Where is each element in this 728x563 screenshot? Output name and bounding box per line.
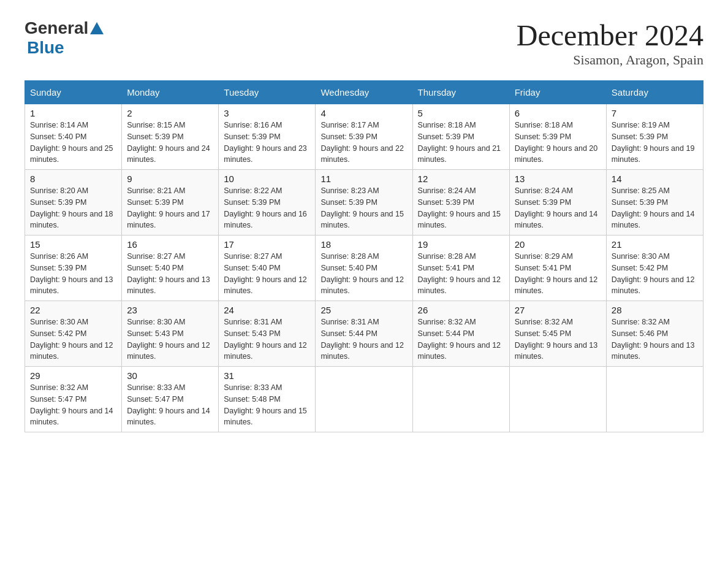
day-number: 17	[224, 239, 310, 250]
day-cell: 12 Sunrise: 8:24 AM Sunset: 5:39 PM Dayl…	[412, 170, 509, 236]
daylight-label: Daylight: 9 hours and 13 minutes.	[30, 275, 113, 296]
sunset-label: Sunset: 5:39 PM	[30, 264, 86, 272]
sunrise-label: Sunrise: 8:30 AM	[127, 318, 185, 326]
day-number: 29	[30, 370, 116, 381]
day-cell: 29 Sunrise: 8:32 AM Sunset: 5:47 PM Dayl…	[25, 367, 122, 432]
sunrise-label: Sunrise: 8:16 AM	[224, 121, 282, 129]
daylight-label: Daylight: 9 hours and 25 minutes.	[30, 144, 113, 164]
day-cell: 2 Sunrise: 8:15 AM Sunset: 5:39 PM Dayli…	[122, 104, 219, 170]
calendar-table: SundayMondayTuesdayWednesdayThursdayFrid…	[25, 80, 703, 432]
sunset-label: Sunset: 5:40 PM	[127, 264, 183, 272]
daylight-label: Daylight: 9 hours and 14 minutes.	[612, 210, 695, 230]
sunrise-label: Sunrise: 8:22 AM	[224, 186, 282, 195]
day-cell: 9 Sunrise: 8:21 AM Sunset: 5:39 PM Dayli…	[122, 170, 219, 236]
sunrise-label: Sunrise: 8:27 AM	[224, 252, 282, 261]
location-subtitle: Sisamon, Aragon, Spain	[517, 52, 703, 68]
day-cell: 22 Sunrise: 8:30 AM Sunset: 5:42 PM Dayl…	[25, 301, 122, 367]
sunrise-label: Sunrise: 8:29 AM	[515, 252, 573, 261]
day-cell: 18 Sunrise: 8:28 AM Sunset: 5:40 PM Dayl…	[316, 236, 412, 301]
day-cell: 10 Sunrise: 8:22 AM Sunset: 5:39 PM Dayl…	[219, 170, 316, 236]
sunrise-label: Sunrise: 8:31 AM	[320, 318, 379, 326]
logo: General Blue	[25, 18, 105, 58]
day-number: 22	[30, 305, 116, 315]
daylight-label: Daylight: 9 hours and 15 minutes.	[320, 210, 404, 230]
sunset-label: Sunset: 5:44 PM	[418, 329, 474, 338]
day-cell: 5 Sunrise: 8:18 AM Sunset: 5:39 PM Dayli…	[412, 104, 509, 170]
sunset-label: Sunset: 5:40 PM	[224, 264, 280, 272]
day-info: Sunrise: 8:26 AM Sunset: 5:39 PM Dayligh…	[30, 251, 116, 297]
daylight-label: Daylight: 9 hours and 12 minutes.	[320, 275, 404, 296]
day-number: 18	[320, 239, 407, 250]
day-info: Sunrise: 8:27 AM Sunset: 5:40 PM Dayligh…	[224, 251, 310, 297]
daylight-label: Daylight: 9 hours and 12 minutes.	[515, 275, 598, 296]
daylight-label: Daylight: 9 hours and 20 minutes.	[515, 144, 598, 164]
day-info: Sunrise: 8:23 AM Sunset: 5:39 PM Dayligh…	[320, 185, 407, 231]
daylight-label: Daylight: 9 hours and 14 minutes.	[30, 407, 113, 427]
col-header-friday: Friday	[509, 81, 606, 104]
sunrise-label: Sunrise: 8:14 AM	[30, 121, 88, 129]
sunset-label: Sunset: 5:39 PM	[127, 132, 183, 141]
sunrise-label: Sunrise: 8:31 AM	[224, 318, 282, 326]
daylight-label: Daylight: 9 hours and 12 minutes.	[418, 275, 501, 296]
day-info: Sunrise: 8:24 AM Sunset: 5:39 PM Dayligh…	[515, 185, 601, 231]
sunrise-label: Sunrise: 8:23 AM	[320, 186, 379, 195]
day-number: 12	[418, 174, 504, 184]
daylight-label: Daylight: 9 hours and 18 minutes.	[30, 210, 113, 230]
sunset-label: Sunset: 5:39 PM	[30, 198, 86, 207]
day-number: 21	[612, 239, 698, 250]
day-number: 16	[127, 239, 213, 250]
day-number: 11	[320, 174, 407, 184]
day-info: Sunrise: 8:31 AM Sunset: 5:43 PM Dayligh…	[224, 316, 310, 362]
sunset-label: Sunset: 5:48 PM	[224, 395, 280, 404]
day-number: 9	[127, 174, 213, 184]
day-info: Sunrise: 8:15 AM Sunset: 5:39 PM Dayligh…	[127, 120, 213, 166]
daylight-label: Daylight: 9 hours and 12 minutes.	[127, 341, 210, 361]
daylight-label: Daylight: 9 hours and 17 minutes.	[127, 210, 210, 230]
day-cell: 14 Sunrise: 8:25 AM Sunset: 5:39 PM Dayl…	[606, 170, 703, 236]
sunrise-label: Sunrise: 8:30 AM	[30, 318, 88, 326]
day-number: 4	[320, 108, 407, 118]
day-number: 24	[224, 305, 310, 315]
day-number: 30	[127, 370, 213, 381]
sunset-label: Sunset: 5:39 PM	[418, 198, 474, 207]
sunset-label: Sunset: 5:39 PM	[320, 198, 377, 207]
daylight-label: Daylight: 9 hours and 12 minutes.	[612, 275, 695, 296]
col-header-thursday: Thursday	[412, 81, 509, 104]
day-number: 7	[612, 108, 698, 118]
col-header-monday: Monday	[122, 81, 219, 104]
sunrise-label: Sunrise: 8:18 AM	[515, 121, 573, 129]
empty-cell	[606, 367, 703, 432]
day-info: Sunrise: 8:32 AM Sunset: 5:45 PM Dayligh…	[515, 316, 601, 362]
sunset-label: Sunset: 5:39 PM	[224, 198, 280, 207]
sunset-label: Sunset: 5:43 PM	[224, 329, 280, 338]
day-info: Sunrise: 8:17 AM Sunset: 5:39 PM Dayligh…	[320, 120, 407, 166]
sunset-label: Sunset: 5:42 PM	[30, 329, 86, 338]
sunset-label: Sunset: 5:39 PM	[127, 198, 183, 207]
daylight-label: Daylight: 9 hours and 24 minutes.	[127, 144, 210, 164]
daylight-label: Daylight: 9 hours and 19 minutes.	[612, 144, 695, 164]
day-info: Sunrise: 8:28 AM Sunset: 5:40 PM Dayligh…	[320, 251, 407, 297]
day-info: Sunrise: 8:16 AM Sunset: 5:39 PM Dayligh…	[224, 120, 310, 166]
day-number: 26	[418, 305, 504, 315]
day-cell: 27 Sunrise: 8:32 AM Sunset: 5:45 PM Dayl…	[509, 301, 606, 367]
sunset-label: Sunset: 5:39 PM	[418, 132, 474, 141]
day-cell: 23 Sunrise: 8:30 AM Sunset: 5:43 PM Dayl…	[122, 301, 219, 367]
day-number: 27	[515, 305, 601, 315]
day-info: Sunrise: 8:30 AM Sunset: 5:42 PM Dayligh…	[612, 251, 698, 297]
day-cell: 1 Sunrise: 8:14 AM Sunset: 5:40 PM Dayli…	[25, 104, 122, 170]
day-number: 31	[224, 370, 310, 381]
sunset-label: Sunset: 5:45 PM	[515, 329, 571, 338]
empty-cell	[316, 367, 412, 432]
day-number: 13	[515, 174, 601, 184]
sunset-label: Sunset: 5:47 PM	[127, 395, 183, 404]
day-info: Sunrise: 8:27 AM Sunset: 5:40 PM Dayligh…	[127, 251, 213, 297]
sunset-label: Sunset: 5:43 PM	[127, 329, 183, 338]
daylight-label: Daylight: 9 hours and 13 minutes.	[612, 341, 695, 361]
daylight-label: Daylight: 9 hours and 22 minutes.	[320, 144, 404, 164]
day-info: Sunrise: 8:28 AM Sunset: 5:41 PM Dayligh…	[418, 251, 504, 297]
sunset-label: Sunset: 5:39 PM	[612, 132, 668, 141]
day-cell: 3 Sunrise: 8:16 AM Sunset: 5:39 PM Dayli…	[219, 104, 316, 170]
daylight-label: Daylight: 9 hours and 12 minutes.	[320, 341, 404, 361]
day-cell: 31 Sunrise: 8:33 AM Sunset: 5:48 PM Dayl…	[219, 367, 316, 432]
day-cell: 8 Sunrise: 8:20 AM Sunset: 5:39 PM Dayli…	[25, 170, 122, 236]
